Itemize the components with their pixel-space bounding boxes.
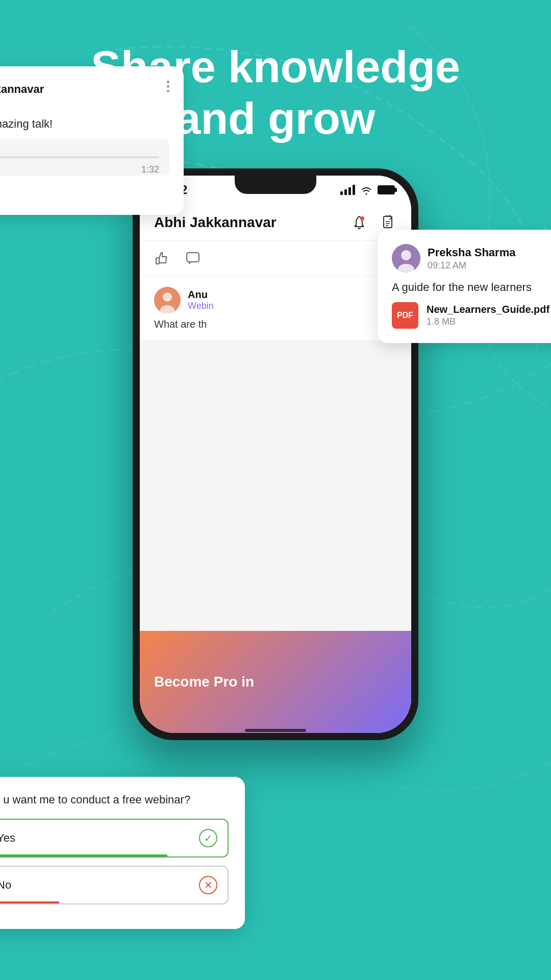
post-text: A guide for the new learners	[392, 281, 551, 294]
pdf-info: New_Learners_Guide.pdf 1.8 MB	[427, 304, 549, 327]
action-bar	[140, 241, 411, 277]
phone-mockup: 19:02	[133, 168, 418, 740]
mini-post-text: What are th	[154, 318, 397, 330]
audio-progress[interactable]: 1:32	[0, 150, 159, 165]
poll-option-no[interactable]: No ✕	[0, 866, 229, 904]
poll-option-yes[interactable]: Yes ✓	[0, 819, 229, 857]
reactions: 🙌😁😍 2533	[0, 184, 169, 201]
cross-icon: ✕	[199, 876, 217, 894]
post-text: Check out this amazing talk!	[0, 117, 169, 131]
audio-player: 1:32	[0, 139, 169, 176]
poll-question: Do u want me to conduct a free webinar?	[0, 793, 229, 806]
phone-screen: 19:02	[140, 176, 411, 733]
pdf-name: New_Learners_Guide.pdf	[427, 304, 549, 315]
status-icons	[340, 185, 395, 195]
phone-post-preview: Anu Webin What are th	[140, 277, 411, 341]
no-progress-bar	[0, 901, 59, 903]
wifi-icon	[360, 185, 372, 195]
like-action[interactable]	[154, 251, 170, 267]
svg-rect-3	[187, 253, 199, 262]
avatar	[154, 287, 181, 313]
user-name: Abhi Jakkannavar	[0, 83, 44, 96]
comment-icon	[185, 251, 201, 267]
more-options-icon[interactable]	[167, 81, 169, 92]
phone-frame: 19:02	[133, 168, 418, 740]
mini-user-name: Anu	[188, 289, 214, 301]
checkmark-icon: ✓	[199, 829, 217, 847]
card-header: Preksha Sharma 09:12 AM	[392, 244, 551, 273]
user-name: Preksha Sharma	[428, 246, 515, 259]
mini-user-sub: Webin	[188, 301, 214, 311]
card-user: Abhi Jakkannavar 09:12 AM	[0, 81, 44, 109]
signal-icon	[340, 185, 355, 195]
thumbs-up-icon	[154, 251, 170, 267]
svg-rect-2	[156, 258, 159, 264]
post-time: 09:12 AM	[0, 97, 44, 108]
header-title: Abhi Jakkannavar	[154, 214, 350, 231]
pdf-size: 1.8 MB	[427, 316, 549, 327]
post-card-preksha: Preksha Sharma 09:12 AM A guide for the …	[378, 230, 551, 343]
pdf-icon: PDF	[392, 302, 418, 329]
user-info: Abhi Jakkannavar 09:12 AM	[0, 83, 44, 108]
comment-action[interactable]	[185, 251, 201, 267]
battery-icon	[378, 185, 395, 194]
bell-icon[interactable]	[350, 213, 368, 232]
card-header: Abhi Jakkannavar 09:12 AM	[0, 81, 169, 109]
become-pro-text: Become Pro in	[154, 674, 254, 690]
svg-point-11	[401, 250, 411, 260]
phone-notch	[235, 176, 316, 194]
become-pro-banner: Become Pro in	[140, 631, 411, 733]
audio-duration: 1:32	[141, 164, 159, 175]
poll-no-label: No	[0, 878, 11, 892]
svg-point-5	[163, 292, 172, 302]
avatar	[392, 244, 420, 273]
share-icon[interactable]	[379, 213, 397, 232]
svg-point-0	[360, 216, 364, 220]
home-indicator	[245, 729, 306, 732]
card-user: Preksha Sharma 09:12 AM	[392, 244, 515, 273]
user-info: Preksha Sharma 09:12 AM	[428, 246, 515, 271]
yes-progress-bar	[0, 854, 167, 856]
progress-track	[0, 156, 159, 158]
poll-yes-label: Yes	[0, 831, 15, 845]
post-card-abhi: Abhi Jakkannavar 09:12 AM Check out this…	[0, 66, 184, 215]
header-icons	[350, 213, 397, 232]
post-time: 09:12 AM	[428, 260, 515, 271]
poll-card: Do u want me to conduct a free webinar? …	[0, 777, 245, 929]
pdf-attachment[interactable]: PDF New_Learners_Guide.pdf 1.8 MB	[392, 302, 551, 329]
